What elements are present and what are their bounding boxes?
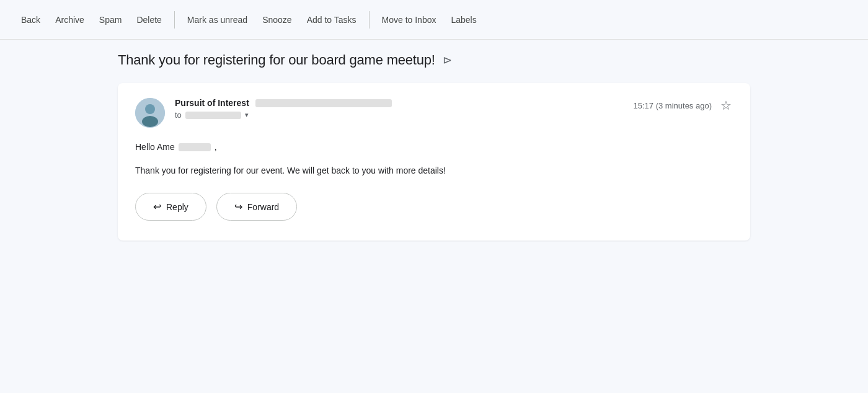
recipient-dropdown-icon[interactable]: ▾ xyxy=(245,111,249,119)
spam-button[interactable]: Spam xyxy=(93,10,128,30)
greeting-text: Hello Ame xyxy=(135,140,175,154)
action-buttons: ↩ Reply ↪ Forward xyxy=(135,193,733,221)
sender-name: Pursuit of Interest xyxy=(175,98,249,108)
mark-unread-button[interactable]: Mark as unread xyxy=(181,10,254,30)
recipient-email-redacted xyxy=(185,112,241,119)
greeting-comma: , xyxy=(215,140,217,154)
email-paragraph: Thank you for registering for our event.… xyxy=(135,164,733,178)
forward-icon: ↪ xyxy=(234,201,242,213)
svg-point-1 xyxy=(145,104,155,114)
forward-label: Forward xyxy=(247,202,279,212)
reply-icon: ↩ xyxy=(153,201,161,213)
subject-row: Thank you for registering for our board … xyxy=(118,52,750,68)
forward-button[interactable]: ↪ Forward xyxy=(216,193,297,221)
labels-button[interactable]: Labels xyxy=(445,10,482,30)
email-card: Pursuit of Interest to ▾ 15:17 (3 minute… xyxy=(118,83,750,241)
greeting-row: Hello Ame , xyxy=(135,140,733,154)
star-button[interactable]: ☆ xyxy=(719,98,733,113)
divider-1 xyxy=(174,11,175,29)
email-subject: Thank you for registering for our board … xyxy=(118,52,435,68)
sender-right: 15:17 (3 minutes ago) ☆ xyxy=(634,98,733,113)
reply-button[interactable]: ↩ Reply xyxy=(135,193,206,221)
add-tasks-button[interactable]: Add to Tasks xyxy=(301,10,363,30)
back-button[interactable]: Back xyxy=(15,10,46,30)
delete-button[interactable]: Delete xyxy=(130,10,167,30)
email-container: Thank you for registering for our board … xyxy=(93,40,775,265)
snooze-label-icon[interactable]: ⊳ xyxy=(443,53,452,67)
toolbar: Back Archive Spam Delete Mark as unread … xyxy=(0,0,868,40)
move-to-inbox-button[interactable]: Move to Inbox xyxy=(376,10,443,30)
archive-button[interactable]: Archive xyxy=(49,10,91,30)
recipient-name-redacted xyxy=(179,143,211,151)
sender-email-redacted xyxy=(255,99,392,107)
divider-2 xyxy=(369,11,370,29)
to-row: to ▾ xyxy=(175,110,392,120)
snooze-button[interactable]: Snooze xyxy=(256,10,298,30)
sender-row: Pursuit of Interest to ▾ 15:17 (3 minute… xyxy=(135,98,733,128)
to-label: to xyxy=(175,110,182,120)
sender-name-row: Pursuit of Interest xyxy=(175,98,392,108)
svg-point-2 xyxy=(142,116,158,127)
sender-left: Pursuit of Interest to ▾ xyxy=(135,98,392,128)
avatar xyxy=(135,98,165,128)
email-body: Hello Ame , Thank you for registering fo… xyxy=(135,140,733,178)
sender-info: Pursuit of Interest to ▾ xyxy=(175,98,392,120)
reply-label: Reply xyxy=(166,202,188,212)
email-timestamp: 15:17 (3 minutes ago) xyxy=(634,101,712,110)
